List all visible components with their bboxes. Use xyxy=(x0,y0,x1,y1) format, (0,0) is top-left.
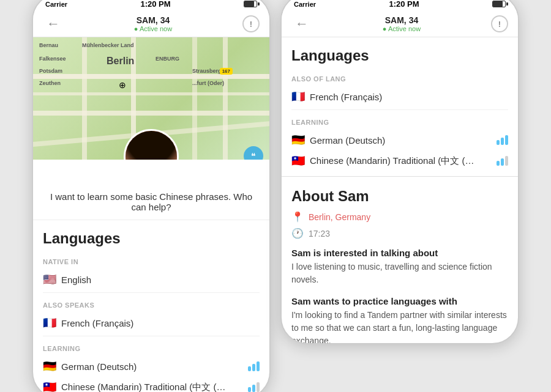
battery-icon-left xyxy=(244,1,257,7)
map-area: Bernau Mühlenbecker Land Falkensee Potsd… xyxy=(33,37,269,160)
right-also-speaks-flag: 🇫🇷 xyxy=(291,90,305,103)
interested-text: I love listening to music, travelling an… xyxy=(291,261,508,286)
languages-scroll-left[interactable]: Languages NATIVE IN 🇺🇸 English ALSO SPEA… xyxy=(33,220,269,392)
right-also-speaks-lang: French (Français) xyxy=(310,92,382,102)
right-learning-lang-2: Chinese (Mandarin) Traditional (中文 (… xyxy=(310,155,474,167)
map-badge-167: 167 xyxy=(220,68,233,75)
divider-1 xyxy=(43,292,260,293)
right-phone: Carrier 1:20 PM ← SAM, 34 ● Active now !… xyxy=(280,0,519,344)
right-scroll[interactable]: Languages ALSO OF LANG 🇫🇷 French (França… xyxy=(282,37,518,343)
location-icon: 📍 xyxy=(291,211,304,223)
languages-header-left: Languages xyxy=(33,220,269,252)
right-learning-flag-2: 🇹🇼 xyxy=(291,154,305,168)
native-header: NATIVE IN xyxy=(33,252,269,269)
right-learning-lang-1: German (Deutsch) xyxy=(310,135,385,146)
carrier-left: Carrier xyxy=(45,1,67,8)
clock-icon: 🕐 xyxy=(291,227,304,239)
map-label-berlin: Berlin xyxy=(107,56,134,67)
time-item: 🕐 17:23 xyxy=(282,225,518,242)
right-also-speaks-item: 🇫🇷 French (Français) xyxy=(282,86,518,107)
interested-title: Sam is interested in talking about xyxy=(291,248,508,258)
also-speaks-item: 🇫🇷 French (Français) xyxy=(33,312,269,333)
right-learning-item-1[interactable]: 🇩🇪 German (Deutsch) xyxy=(282,130,518,150)
message-text: I want to learn some basic Chinese phras… xyxy=(50,191,252,212)
status-bar-right: Carrier 1:20 PM xyxy=(282,0,518,11)
learning-flag-1: 🇩🇪 xyxy=(43,360,56,373)
map-label-5: Zeuthen xyxy=(39,80,61,86)
proficiency-bars-1 xyxy=(248,361,260,371)
also-speaks-header: ALSO SPEAKS xyxy=(33,295,269,312)
also-of-lang-header: ALSO OF LANG xyxy=(282,69,518,86)
also-speaks-lang-name: French (Français) xyxy=(61,318,133,328)
learning-header-left: LEARNING xyxy=(33,339,269,356)
nav-center-right: SAM, 34 ● Active now xyxy=(383,15,421,32)
profile-status-left: ● Active now xyxy=(134,25,172,32)
right-learning-header: LEARNING xyxy=(282,113,518,130)
back-button-right[interactable]: ← xyxy=(291,15,312,33)
profile-name-left: SAM, 34 xyxy=(134,15,172,25)
carrier-right: Carrier xyxy=(294,1,316,8)
bar-1-2 xyxy=(252,364,255,371)
right-learning-flag-1: 🇩🇪 xyxy=(291,133,305,147)
also-speaks-flag: 🇫🇷 xyxy=(43,316,56,330)
back-button-left[interactable]: ← xyxy=(43,15,64,33)
map-label-3: Falkensee xyxy=(39,56,66,62)
nav-bar-left: ← SAM, 34 ● Active now ! xyxy=(33,11,269,37)
proficiency-bars-2 xyxy=(248,382,260,392)
time-text: 17:23 xyxy=(309,229,330,239)
message-area: I want to learn some basic Chinese phras… xyxy=(33,160,269,220)
section-divider xyxy=(282,176,518,177)
learning-item-1[interactable]: 🇩🇪 German (Deutsch) xyxy=(33,356,269,377)
bar-2-1 xyxy=(248,387,251,392)
status-bar-left: Carrier 1:20 PM xyxy=(33,0,269,11)
native-lang-name: English xyxy=(61,275,91,285)
map-label-1: Bernau xyxy=(39,42,58,48)
time-left: 1:20 PM xyxy=(140,0,170,9)
bar-1-3 xyxy=(257,361,260,371)
map-label-strausberg: Strausberg xyxy=(192,68,222,74)
location-text[interactable]: Berlin, Germany xyxy=(309,212,370,222)
map-label-frankfurt: ...furt (Oder) xyxy=(192,80,224,86)
battery-left xyxy=(244,1,257,7)
practice-block: Sam wants to practice languages with I'm… xyxy=(282,290,518,343)
left-phone: Carrier 1:20 PM ← SAM, 34 ● Active now ! xyxy=(32,0,271,392)
practice-title: Sam wants to practice languages with xyxy=(291,296,508,306)
bar-2-2 xyxy=(252,385,255,392)
active-dot-left: ● xyxy=(134,25,140,32)
info-button-right[interactable]: ! xyxy=(491,15,508,32)
active-dot-right: ● xyxy=(383,25,388,32)
map-label-burg: ENBURG xyxy=(156,56,179,62)
bar-1-1 xyxy=(248,366,251,371)
practice-text: I'm looking to find a Tandem partner wit… xyxy=(291,309,508,343)
right-proficiency-bars-2 xyxy=(497,156,508,166)
languages-header-right: Languages xyxy=(282,37,518,69)
bar-2-3 xyxy=(257,382,260,392)
map-label-4: Potsdam xyxy=(39,68,62,74)
learning-lang-2: Chinese (Mandarin) Traditional (中文 (… xyxy=(61,382,225,393)
right-proficiency-bars-1 xyxy=(497,135,508,145)
nav-bar-right: ← SAM, 34 ● Active now ! xyxy=(282,11,518,37)
learning-flag-2: 🇹🇼 xyxy=(43,380,56,392)
native-flag: 🇺🇸 xyxy=(43,273,56,286)
right-learning-item-2[interactable]: 🇹🇼 Chinese (Mandarin) Traditional (中文 (… xyxy=(282,150,518,171)
native-language-item: 🇺🇸 English xyxy=(33,269,269,290)
about-title: About Sam xyxy=(282,182,518,209)
nav-center-left: SAM, 34 ● Active now xyxy=(134,15,172,32)
location-item: 📍 Berlin, Germany xyxy=(282,209,518,225)
interested-block: Sam is interested in talking about I lov… xyxy=(282,242,518,290)
right-divider-1 xyxy=(291,109,508,110)
battery-right xyxy=(492,1,506,7)
profile-name-right: SAM, 34 xyxy=(383,15,421,25)
learning-item-2[interactable]: 🇹🇼 Chinese (Mandarin) Traditional (中文 (… xyxy=(33,377,269,392)
divider-2 xyxy=(43,336,260,336)
learning-lang-1: German (Deutsch) xyxy=(61,361,137,372)
map-pin: ⊕ xyxy=(119,80,126,90)
info-button-left[interactable]: ! xyxy=(242,15,260,32)
profile-status-right: ● Active now xyxy=(383,25,421,32)
battery-icon-right xyxy=(492,1,506,7)
avatar-face xyxy=(126,131,177,160)
map-label-2: Mühlenbecker Land xyxy=(82,42,134,48)
time-right: 1:20 PM xyxy=(389,0,419,9)
